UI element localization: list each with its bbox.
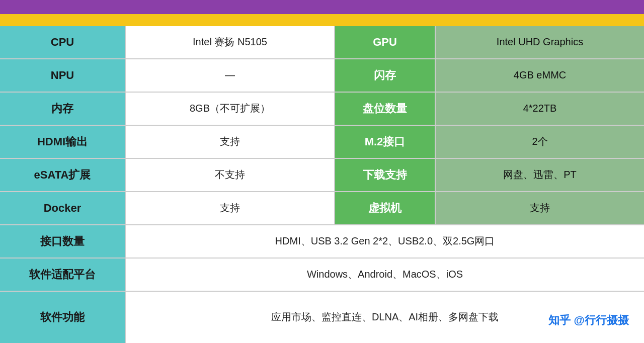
- right-value-3: 2个: [436, 126, 644, 158]
- right-label-1: 闪存: [335, 59, 436, 92]
- right-label-2: 盘位数量: [335, 93, 436, 125]
- table-row: 软件功能 应用市场、监控直连、DLNA、AI相册、多网盘下载: [0, 292, 644, 343]
- full-value-8: 应用市场、监控直连、DLNA、AI相册、多网盘下载: [126, 292, 644, 343]
- left-label-3: HDMI输出: [0, 126, 126, 158]
- full-value-6: HDMI、USB 3.2 Gen 2*2、USB2.0、双2.5G网口: [126, 225, 644, 258]
- left-value-2: 8GB（不可扩展）: [126, 93, 335, 125]
- table-row: eSATA扩展 不支持 下载支持 网盘、迅雷、PT: [0, 159, 644, 192]
- right-value-5: 支持: [436, 192, 644, 224]
- table-row: CPU Intel 赛扬 N5105 GPU Intel UHD Graphic…: [0, 26, 644, 59]
- table-row: 内存 8GB（不可扩展） 盘位数量 4*22TB: [0, 93, 644, 126]
- right-label-3: M.2接口: [335, 126, 436, 158]
- table-row: Docker 支持 虚拟机 支持: [0, 192, 644, 225]
- right-label-4: 下载支持: [335, 159, 436, 191]
- table-row: NPU — 闪存 4GB eMMC: [0, 59, 644, 93]
- table-row: 软件适配平台 Windows、Android、MacOS、iOS: [0, 259, 644, 292]
- left-value-5: 支持: [126, 192, 335, 224]
- left-value-0: Intel 赛扬 N5105: [126, 26, 335, 58]
- full-label-7: 软件适配平台: [0, 259, 126, 291]
- left-label-1: NPU: [0, 59, 126, 92]
- price-row: [0, 14, 644, 26]
- title-row: [0, 0, 644, 14]
- full-label-6: 接口数量: [0, 225, 126, 258]
- table-row: HDMI输出 支持 M.2接口 2个: [0, 126, 644, 159]
- table-row: 接口数量 HDMI、USB 3.2 Gen 2*2、USB2.0、双2.5G网口: [0, 225, 644, 259]
- left-label-2: 内存: [0, 93, 126, 125]
- left-label-0: CPU: [0, 26, 126, 58]
- full-value-7: Windows、Android、MacOS、iOS: [126, 259, 644, 291]
- right-value-2: 4*22TB: [436, 93, 644, 125]
- right-value-0: Intel UHD Graphics: [436, 26, 644, 58]
- left-value-1: —: [126, 59, 335, 92]
- left-value-4: 不支持: [126, 159, 335, 191]
- right-label-5: 虚拟机: [335, 192, 436, 224]
- spec-table: CPU Intel 赛扬 N5105 GPU Intel UHD Graphic…: [0, 26, 644, 343]
- main-container: CPU Intel 赛扬 N5105 GPU Intel UHD Graphic…: [0, 0, 644, 343]
- right-value-1: 4GB eMMC: [436, 59, 644, 92]
- left-label-5: Docker: [0, 192, 126, 224]
- left-value-3: 支持: [126, 126, 335, 158]
- full-label-8: 软件功能: [0, 292, 126, 343]
- right-label-0: GPU: [335, 26, 436, 58]
- right-value-4: 网盘、迅雷、PT: [436, 159, 644, 191]
- left-label-4: eSATA扩展: [0, 159, 126, 191]
